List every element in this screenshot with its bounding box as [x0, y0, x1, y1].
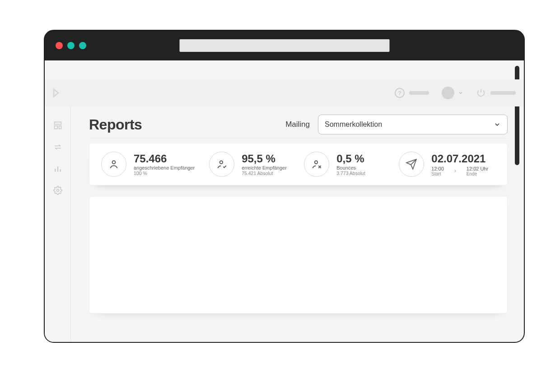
help-icon: ? — [395, 88, 405, 98]
window-controls — [56, 42, 86, 49]
help-menu[interactable]: ? — [395, 88, 429, 98]
logout-menu[interactable] — [476, 88, 516, 98]
person-check-icon — [209, 152, 234, 177]
svg-point-4 — [112, 161, 116, 164]
stat-bounces-value: 0,5 % — [336, 152, 365, 165]
stat-reached-sub: 75.421 Absolut — [242, 171, 287, 176]
paper-plane-icon — [399, 152, 424, 177]
stat-date-start-label: Start — [431, 171, 444, 176]
stat-recipients: 75.466 angeschriebene Empfänger 100 % — [101, 152, 195, 177]
svg-point-3 — [56, 189, 59, 192]
stat-reached: 95,5 % erreichte Empfänger 75.421 Absolu… — [209, 152, 289, 177]
stat-bounces-sub: 3.773 Absolut — [336, 171, 365, 176]
chevron-right-icon — [453, 169, 457, 173]
close-window-icon[interactable] — [56, 42, 63, 49]
mailing-select-label: Mailing — [285, 120, 310, 129]
page-title: Reports — [89, 116, 142, 133]
stat-bounces-label: Bounces — [336, 165, 365, 171]
browser-titlebar — [45, 31, 524, 60]
svg-point-6 — [315, 161, 318, 164]
app-viewport: ? — [45, 60, 524, 342]
empty-panel — [89, 196, 508, 314]
dashboard-icon[interactable] — [53, 121, 62, 130]
transfer-icon[interactable] — [53, 143, 62, 152]
person-x-icon — [304, 152, 329, 177]
mailing-select[interactable]: Sommerkollektion — [318, 115, 508, 134]
user-menu[interactable] — [442, 87, 463, 99]
nav-rail — [45, 106, 71, 342]
svg-rect-0 — [54, 122, 61, 125]
stat-date-end-label: Ende — [467, 171, 488, 176]
svg-rect-1 — [54, 126, 57, 129]
stat-reached-label: erreichte Empfänger — [242, 165, 287, 171]
app-top-bar: ? — [45, 79, 524, 106]
svg-point-5 — [220, 161, 223, 164]
chevron-down-icon — [494, 121, 501, 128]
main-content: Reports Mailing Sommerkollektion 75.466 — [71, 106, 524, 342]
chevron-down-icon — [458, 90, 463, 96]
page-header: Reports Mailing Sommerkollektion — [89, 115, 508, 138]
stat-recipients-sub: 100 % — [134, 171, 195, 176]
analytics-icon[interactable] — [53, 164, 62, 173]
minimize-window-icon[interactable] — [67, 42, 75, 49]
svg-rect-2 — [59, 126, 61, 129]
stat-date-end-time: 12:02 Uhr — [467, 166, 488, 171]
stats-card: 75.466 angeschriebene Empfänger 100 % 95… — [89, 143, 508, 185]
maximize-window-icon[interactable] — [79, 42, 86, 49]
browser-window: ? — [44, 30, 525, 343]
stat-date: 02.07.2021 12:00 Start 12:02 Uhr Ende — [399, 152, 495, 177]
stat-bounces: 0,5 % Bounces 3.773 Absolut — [304, 152, 384, 177]
brand-logo-icon — [50, 86, 65, 100]
logout-label-placeholder — [490, 91, 516, 95]
settings-icon[interactable] — [53, 186, 62, 195]
avatar-icon — [442, 87, 454, 99]
stat-date-start-time: 12:00 — [431, 166, 444, 171]
stat-date-value: 02.07.2021 — [431, 152, 488, 165]
stat-reached-value: 95,5 % — [242, 152, 287, 165]
mailing-select-value: Sommerkollektion — [325, 120, 382, 129]
power-icon — [476, 88, 486, 98]
address-bar[interactable] — [179, 39, 389, 52]
person-icon — [101, 152, 126, 177]
stat-recipients-value: 75.466 — [134, 152, 195, 165]
stat-recipients-label: angeschriebene Empfänger — [134, 165, 195, 171]
help-label-placeholder — [409, 91, 429, 95]
